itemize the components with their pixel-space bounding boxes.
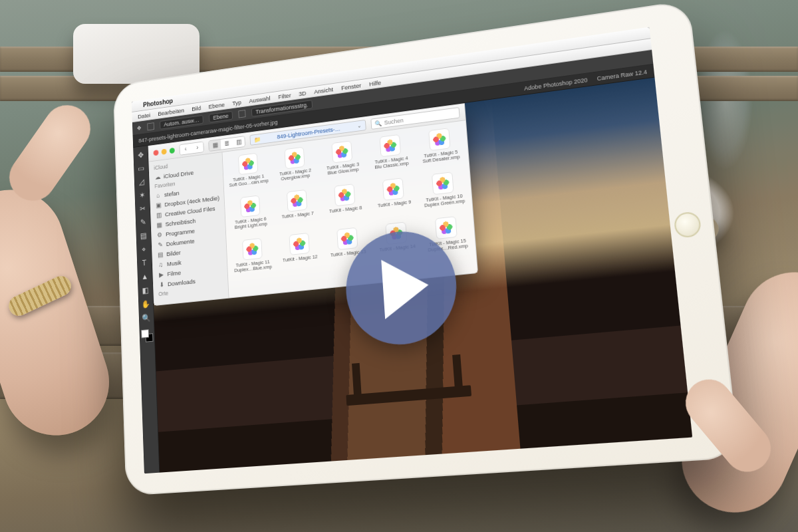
tool-button[interactable]: 🔍 — [140, 311, 153, 325]
xmp-file-icon — [435, 216, 458, 239]
file-item[interactable]: TutKit - Magic 12 — [277, 231, 323, 277]
canvas[interactable]: ‹ › ▦ ≣ ▥ 📁 — [148, 78, 692, 473]
sidebar-item-icon: ⚙ — [156, 231, 163, 238]
zoom-icon[interactable] — [170, 148, 175, 154]
tool-button[interactable]: ✶ — [136, 188, 149, 202]
home-button[interactable] — [673, 211, 702, 238]
chevron-left-icon[interactable]: ‹ — [180, 143, 192, 154]
file-item[interactable]: TutKit - Magic 3Blue Glow.xmp — [319, 139, 366, 185]
sidebar-item-icon: ⬇ — [158, 281, 165, 288]
xmp-file-icon — [284, 147, 305, 170]
file-item[interactable]: TutKit - Magic 10Duplex Green.xmp — [419, 170, 468, 217]
photoshop-workspace: ✥▭◿✶✂✎▤⌖T▲◧✋🔍 — [133, 78, 692, 474]
sidebar-item-icon: ♫ — [158, 261, 164, 268]
file-item[interactable]: TutKit - Magic 1Soft Goo…can.xmp — [226, 151, 271, 196]
menu-typ[interactable]: Typ — [232, 98, 241, 106]
file-name-line1: TutKit - Magic 9 — [378, 200, 412, 208]
xmp-file-icon — [432, 172, 454, 195]
menu-fenster[interactable]: Fenster — [341, 81, 362, 91]
tool-button[interactable]: ▲ — [138, 270, 152, 284]
color-swatches[interactable] — [141, 329, 153, 343]
finder-sidebar: iCloud ☁ iCloud Drive Favoriten ⌂stefan▣… — [149, 152, 229, 305]
list-view-icon[interactable]: ≣ — [221, 138, 233, 149]
bridge-shape — [346, 385, 471, 406]
xmp-file-icon — [287, 190, 307, 212]
file-item[interactable]: TutKit - Magic 15Duplex…Red.xmp — [422, 215, 472, 262]
sidebar-item-icon: ▣ — [155, 201, 162, 208]
sidebar-item-icon: ⌂ — [155, 192, 162, 199]
tool-button[interactable]: ▭ — [134, 162, 148, 176]
sidebar-item-icon: ▥ — [156, 211, 162, 218]
icon-view-icon[interactable]: ▦ — [209, 139, 221, 150]
close-icon[interactable] — [154, 150, 159, 156]
file-item[interactable]: TutKit - Magic 5Soft Desater.xmp — [416, 126, 466, 174]
menu-auswahl[interactable]: Auswahl — [249, 94, 271, 104]
sidebar-item-icon: ▶ — [158, 271, 164, 278]
sidebar-item-label: iCloud Drive — [164, 169, 194, 180]
menu-datei[interactable]: Datei — [138, 111, 150, 120]
outdoor-scene: Photoshop DateiBearbeitenBildEbeneTypAus… — [0, 0, 798, 532]
xmp-file-icon — [331, 140, 352, 163]
sidebar-item-icon: ▦ — [156, 221, 162, 228]
nav-back-forward[interactable]: ‹ › — [179, 141, 203, 155]
checkbox[interactable] — [147, 122, 154, 130]
sidebar-item-icon: ▤ — [157, 251, 164, 258]
menu-filter[interactable]: Filter — [278, 91, 291, 100]
layer-chip[interactable]: Ebene — [209, 110, 233, 122]
column-view-icon[interactable]: ▥ — [233, 136, 245, 148]
sidebar-item-label: stefan — [164, 189, 180, 198]
checkbox[interactable] — [238, 110, 245, 118]
traffic-lights — [154, 148, 175, 156]
xmp-file-icon — [242, 238, 263, 261]
tool-button[interactable]: T — [138, 256, 151, 270]
thumb-left — [0, 96, 99, 209]
play-icon — [381, 255, 430, 319]
sidebar-item-label: Downloads — [168, 277, 196, 287]
tool-button[interactable]: ✂ — [136, 201, 149, 215]
view-mode-segmented[interactable]: ▦ ≣ ▥ — [208, 136, 245, 152]
xmp-file-icon — [289, 233, 309, 255]
tool-button[interactable]: ⌖ — [137, 243, 150, 257]
sidebar-item-icon: ✎ — [157, 241, 164, 248]
file-name-line1: TutKit - Magic 10 — [426, 194, 463, 203]
menu-3d[interactable]: 3D — [299, 89, 307, 97]
file-item[interactable]: TutKit - Magic 2Overglow.xmp — [272, 145, 318, 191]
search-icon: 🔍 — [374, 120, 382, 127]
file-name-line1: TutKit - Magic 12 — [283, 254, 318, 263]
file-item[interactable]: TutKit - Magic 4Blu Classic.xmp — [367, 132, 415, 179]
file-item[interactable]: TutKit - Magic 9 — [370, 176, 418, 223]
tool-button[interactable]: ✎ — [136, 215, 150, 229]
tool-button[interactable]: ✥ — [134, 148, 148, 162]
move-tool-icon[interactable]: ✥ — [137, 124, 142, 131]
folder-icon: 📁 — [254, 136, 261, 143]
menu-hilfe[interactable]: Hilfe — [369, 78, 382, 87]
tool-button[interactable]: ◧ — [139, 283, 152, 297]
cloud-icon: ☁ — [154, 173, 161, 180]
file-item[interactable]: TutKit - Magic 6Bright Light.xmp — [228, 194, 273, 239]
minimize-icon[interactable] — [162, 149, 167, 155]
menu-bild[interactable]: Bild — [192, 104, 201, 112]
tool-button[interactable]: ◿ — [135, 175, 148, 189]
file-name-line1: TutKit - Magic 7 — [281, 211, 314, 219]
xmp-file-icon — [382, 178, 404, 201]
tool-button[interactable]: ✋ — [139, 297, 152, 311]
screen: Photoshop DateiBearbeitenBildEbeneTypAus… — [132, 27, 692, 474]
file-item[interactable]: TutKit - Magic 11Duplex…Blue.xmp — [230, 237, 275, 282]
xmp-file-icon — [238, 153, 258, 176]
file-name-line2: Duplex Green.xmp — [424, 198, 466, 208]
xmp-file-icon — [240, 195, 260, 217]
chevron-down-icon: ⌄ — [357, 122, 362, 128]
menu-ansicht[interactable]: Ansicht — [314, 85, 333, 94]
chevron-right-icon[interactable]: › — [192, 142, 203, 153]
file-item[interactable]: TutKit - Magic 7 — [275, 188, 321, 234]
menu-ebene[interactable]: Ebene — [208, 100, 225, 109]
plugin-name: Camera Raw 12.4 — [597, 68, 647, 82]
file-item[interactable]: TutKit - Magic 8 — [322, 182, 369, 228]
xmp-file-icon — [334, 184, 355, 206]
tool-button[interactable]: ▤ — [137, 229, 150, 243]
xmp-file-icon — [336, 227, 358, 250]
ipad-device: Photoshop DateiBearbeitenBildEbeneTypAus… — [113, 0, 739, 496]
product-name: Adobe Photoshop 2020 — [524, 76, 588, 92]
file-name-line1: TutKit - Magic 15 — [429, 238, 466, 247]
xmp-file-icon — [380, 134, 402, 158]
